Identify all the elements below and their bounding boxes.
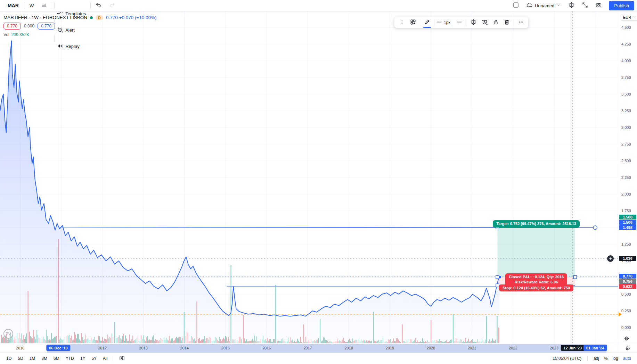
redo-button[interactable] bbox=[105, 1, 119, 10]
pnl-annotation-badge[interactable]: Closed P&L: −0.124, Qty: 2016 Risk/Rewar… bbox=[505, 273, 567, 286]
time-tick-2017: 2017 bbox=[303, 346, 312, 350]
draw-button[interactable] bbox=[422, 18, 433, 27]
position-profit-zone[interactable] bbox=[497, 227, 575, 277]
gear-icon bbox=[568, 2, 575, 9]
publish-button[interactable]: Publish bbox=[609, 1, 634, 10]
price-axis-badge-1.506[interactable]: 1.506 bbox=[619, 220, 636, 225]
price-tick-1.250: 1.250 bbox=[621, 242, 631, 246]
range-button-ytd[interactable]: YTD bbox=[63, 355, 77, 362]
scale-option-adj[interactable]: adj bbox=[591, 355, 602, 362]
range-button-1y[interactable]: 1Y bbox=[77, 355, 88, 362]
price-tick-0.250: 0.250 bbox=[621, 309, 631, 313]
separator bbox=[514, 19, 514, 26]
chart-settings-button[interactable] bbox=[565, 1, 578, 10]
price-axis-badge-0.632[interactable]: 0.632 bbox=[619, 284, 636, 289]
currency-selector[interactable]: EUR bbox=[621, 14, 637, 21]
trend-line-end-handle[interactable] bbox=[593, 226, 597, 230]
data-mode-badge[interactable]: D bbox=[96, 15, 103, 20]
time-tick-2019: 2019 bbox=[386, 346, 394, 350]
time-tick-2020: 2020 bbox=[427, 346, 435, 350]
scale-option-auto[interactable]: auto bbox=[621, 355, 634, 362]
range-button-5y[interactable]: 5Y bbox=[89, 355, 99, 362]
price-tick-0.500: 0.500 bbox=[621, 292, 631, 296]
manage-panes-icon[interactable] bbox=[116, 354, 128, 364]
interval-button[interactable]: W bbox=[26, 1, 37, 10]
range-button-1d[interactable]: 1D bbox=[3, 355, 14, 362]
more-button[interactable] bbox=[515, 18, 526, 27]
line-width-button[interactable]: 1px bbox=[436, 18, 450, 27]
add-alert-button[interactable] bbox=[479, 18, 490, 27]
price-axis[interactable]: EUR 4.5004.2504.0003.7503.5003.2503.0002… bbox=[618, 11, 637, 344]
hline-icon bbox=[436, 19, 442, 26]
stop-handle[interactable] bbox=[496, 284, 499, 287]
lock-button[interactable] bbox=[490, 18, 501, 27]
drag-handle[interactable] bbox=[396, 18, 407, 27]
layout-select-button[interactable] bbox=[509, 1, 523, 10]
time-axis-badge[interactable]: 06 Dec '10 bbox=[46, 345, 70, 351]
price-tick-3.250: 3.250 bbox=[621, 109, 631, 113]
axis-settings-corner[interactable] bbox=[618, 344, 637, 353]
add-alert-plus-icon[interactable]: + bbox=[607, 255, 614, 262]
line-width-button-label: 1px bbox=[444, 20, 450, 25]
price-axis-badge-1.498[interactable]: 1.498 bbox=[619, 225, 636, 230]
time-axis-badge[interactable]: 12 Jun '23 bbox=[561, 345, 585, 351]
separator bbox=[113, 355, 113, 362]
alert-marker-icon[interactable] bbox=[619, 312, 622, 316]
volume-label[interactable]: Vol bbox=[3, 32, 9, 37]
fullscreen-button[interactable] bbox=[578, 1, 592, 10]
undo-button[interactable] bbox=[92, 1, 105, 10]
line-style-button[interactable] bbox=[454, 18, 465, 27]
layout-name-button[interactable]: Unnamed bbox=[523, 1, 565, 10]
time-axis-badge[interactable]: 01 Jan '24 bbox=[583, 345, 607, 351]
gear-icon bbox=[625, 346, 630, 351]
chart-area[interactable]: MARTIFER · 1W · EURONEXT LISBON D 0.770 … bbox=[0, 11, 618, 344]
entry-right-handle[interactable] bbox=[573, 275, 577, 279]
chart-main: MARTIFER · 1W · EURONEXT LISBON D 0.770 … bbox=[0, 11, 637, 344]
price-axis-badge-1.036[interactable]: 1.036 bbox=[619, 256, 636, 261]
cloud-icon bbox=[526, 2, 533, 9]
price-axis-badge-0.756[interactable]: 0.756 bbox=[619, 279, 636, 284]
snapshot-button[interactable] bbox=[592, 1, 605, 10]
price-tick-4.500: 4.500 bbox=[621, 25, 631, 30]
price-axis-badge-1.508[interactable]: 1.508 bbox=[619, 215, 636, 220]
price-tick-3.750: 3.750 bbox=[621, 75, 631, 80]
range-button-5d[interactable]: 5D bbox=[15, 355, 26, 362]
price-tick-3.500: 3.500 bbox=[621, 92, 631, 96]
scale-option-log[interactable]: log bbox=[610, 355, 621, 362]
symbol-button[interactable]: MAR bbox=[3, 3, 24, 8]
bottom-toolbar: 1D5D1M3M6MYTD1Y5YAll 15:05:04 (UTC) adj%… bbox=[0, 353, 637, 364]
pencil-icon bbox=[424, 19, 431, 26]
pnl-line1: Closed P&L: −0.124, Qty: 2016 bbox=[509, 274, 564, 280]
object-tree-button[interactable] bbox=[407, 18, 418, 27]
date-range-group: 1D5D1M3M6MYTD1Y5YAll bbox=[3, 353, 128, 364]
gear-icon[interactable] bbox=[624, 336, 629, 342]
symbol-title[interactable]: MARTIFER · 1W · EURONEXT LISBON bbox=[3, 15, 87, 20]
time-axis[interactable]: 2010201220132014201520162017201820192020… bbox=[0, 344, 637, 353]
range-button-3m[interactable]: 3M bbox=[39, 355, 50, 362]
financials-button[interactable]: Financials bbox=[53, 0, 89, 2]
scale-option-%[interactable]: % bbox=[602, 355, 610, 362]
drawing-settings-button[interactable] bbox=[468, 18, 479, 27]
range-button-all[interactable]: All bbox=[100, 355, 110, 362]
hline-icon bbox=[456, 19, 463, 26]
chevron-down-icon bbox=[632, 15, 636, 20]
range-button-6m[interactable]: 6M bbox=[51, 355, 62, 362]
entry-left-handle[interactable] bbox=[496, 275, 499, 279]
price-axis-badge-0.770[interactable]: 0.770 bbox=[619, 274, 636, 279]
time-tick-2014: 2014 bbox=[180, 346, 189, 350]
mid-price-label: 0.000 bbox=[23, 23, 35, 29]
chart-style-button[interactable] bbox=[37, 1, 51, 10]
open-price-box: 0.770 bbox=[3, 23, 21, 30]
range-button-1m[interactable]: 1M bbox=[27, 355, 38, 362]
time-tick-2018: 2018 bbox=[344, 346, 353, 350]
tradingview-logo-icon[interactable]: TV bbox=[3, 329, 13, 339]
separator bbox=[52, 2, 52, 9]
separator bbox=[587, 355, 588, 362]
price-chart-canvas[interactable] bbox=[0, 11, 618, 344]
alarm-icon bbox=[481, 19, 488, 26]
delete-button[interactable] bbox=[501, 18, 512, 27]
clock-label[interactable]: 15:05:04 (UTC) bbox=[550, 355, 584, 362]
stop-annotation-badge[interactable]: Stop: 0.124 (16.40%) 62, Amount: 750 bbox=[499, 284, 573, 292]
layout-name-label: Unnamed bbox=[535, 3, 554, 8]
target-annotation-badge[interactable]: Target: 0.752 (99.47%) 376, Amount: 2516… bbox=[493, 220, 580, 228]
